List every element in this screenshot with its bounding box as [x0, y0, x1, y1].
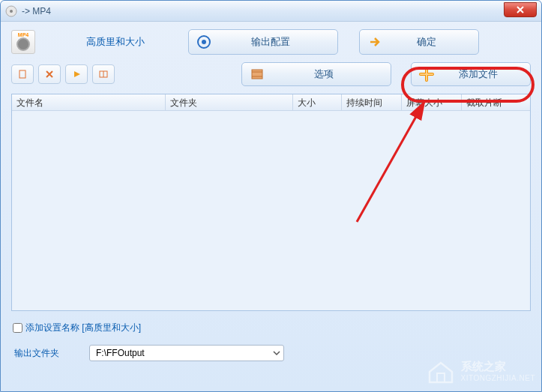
watermark-name: 系统之家 [461, 360, 536, 374]
watermark-icon [425, 355, 457, 387]
col-clip[interactable]: 截取片断 [462, 94, 530, 110]
titlebar: -> MP4 [1, 1, 541, 22]
tool-button-2[interactable] [38, 64, 61, 84]
add-setting-label: 添加设置名称 [高质里和大小] [25, 322, 141, 334]
window-title: -> MP4 [22, 6, 51, 16]
top-row: 高质里和大小 输出配置 确定 [11, 29, 531, 55]
output-path-select[interactable]: F:\FFOutput [89, 345, 284, 361]
options-button[interactable]: 选项 [241, 62, 391, 86]
output-config-button[interactable]: 输出配置 [188, 29, 338, 55]
add-setting-row: 添加设置名称 [高质里和大小] [13, 322, 529, 334]
chevron-down-icon [273, 349, 280, 357]
app-icon [5, 5, 17, 17]
options-label: 选项 [272, 67, 391, 81]
svg-rect-11 [437, 373, 445, 382]
col-duration[interactable]: 持续时间 [342, 94, 402, 110]
close-icon [517, 6, 524, 13]
tool-button-3[interactable] [65, 64, 88, 84]
grid-icon [98, 69, 109, 79]
svg-point-3 [202, 40, 206, 44]
col-screen[interactable]: 屏幕大小 [402, 94, 462, 110]
mp4-format-icon [11, 30, 35, 54]
tool-button-1[interactable] [11, 64, 34, 84]
toolbar-row: 选项 添加文件 [11, 62, 531, 86]
document-icon [17, 69, 28, 79]
col-name[interactable]: 文件名 [12, 94, 166, 110]
ok-button[interactable]: 确定 [359, 29, 479, 55]
quality-label: 高质里和大小 [86, 35, 145, 49]
delete-icon [44, 69, 55, 79]
col-size[interactable]: 大小 [293, 94, 342, 110]
tool-button-4[interactable] [92, 64, 115, 84]
file-table: 文件名 文件夹 大小 持续时间 屏幕大小 截取片断 [11, 94, 531, 311]
watermark: 系统之家 XITONGZHIJIA.NET [425, 355, 536, 387]
svg-rect-7 [252, 70, 262, 79]
add-file-button[interactable]: 添加文件 [411, 62, 531, 86]
play-icon [71, 69, 82, 79]
svg-point-1 [10, 10, 13, 13]
output-path-value: F:\FFOutput [96, 348, 145, 358]
content-area: 高质里和大小 输出配置 确定 [1, 22, 541, 372]
output-config-label: 输出配置 [219, 35, 337, 49]
add-file-label: 添加文件 [442, 67, 530, 81]
gear-icon [189, 34, 219, 49]
film-icon [242, 67, 272, 82]
table-header: 文件名 文件夹 大小 持续时间 屏幕大小 截取片断 [12, 94, 530, 111]
close-button[interactable] [504, 2, 537, 17]
plus-icon [412, 66, 442, 82]
app-window: -> MP4 高质里和大小 输出配置 确定 [0, 0, 542, 392]
add-setting-checkbox[interactable] [13, 323, 22, 333]
col-folder[interactable]: 文件夹 [166, 94, 293, 110]
arrow-right-icon [360, 34, 390, 49]
svg-rect-4 [19, 70, 25, 78]
ok-label: 确定 [390, 35, 478, 49]
output-folder-label: 输出文件夹 [14, 347, 59, 360]
watermark-url: XITONGZHIJIA.NET [461, 374, 536, 382]
